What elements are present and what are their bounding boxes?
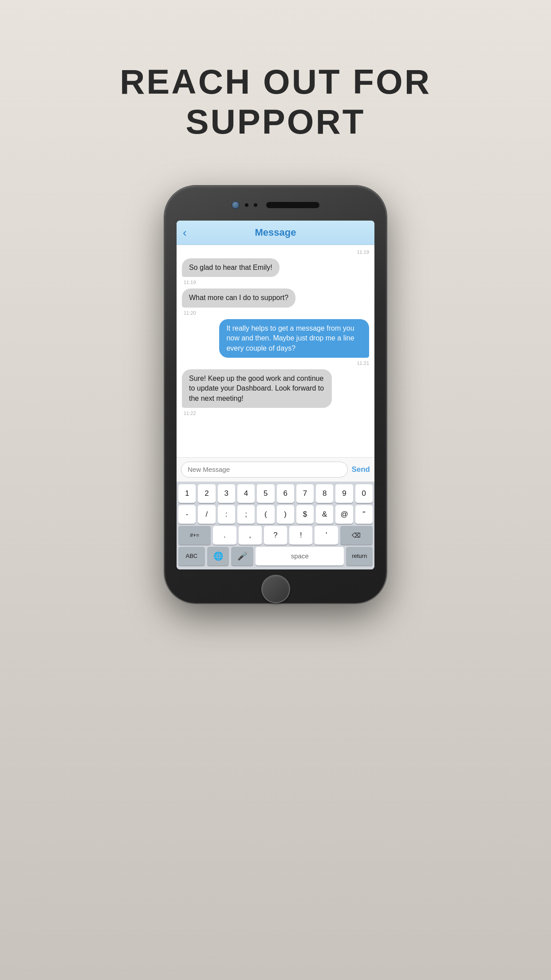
home-button[interactable] xyxy=(261,575,290,604)
key-comma[interactable]: , xyxy=(239,526,262,545)
key-colon[interactable]: : xyxy=(218,505,235,524)
message-row-4: Sure! Keep up the good work and continue… xyxy=(182,369,369,408)
timestamp-msg4: 11:22 xyxy=(184,411,369,416)
key-numlock[interactable]: #+= xyxy=(178,526,211,545)
keyboard-row-bottom: ABC 🌐 🎤 space return xyxy=(178,547,373,565)
keyboard-row-numbers: 1 2 3 4 5 6 7 8 9 0 xyxy=(178,484,373,503)
speaker-dot-2 xyxy=(254,203,257,207)
key-5[interactable]: 5 xyxy=(257,484,274,503)
backspace-icon[interactable]: ⌫ xyxy=(340,526,373,545)
key-quote[interactable]: " xyxy=(355,505,373,524)
timestamp-top: 11:19 xyxy=(182,249,369,255)
bubble-received-1: So glad to hear that Emily! xyxy=(182,258,279,277)
bubble-received-2: What more can I do to support? xyxy=(182,288,295,307)
timestamp-msg3: 11:21 xyxy=(182,360,369,366)
message-row-1: So glad to hear that Emily! xyxy=(182,258,369,277)
phone-top-bar xyxy=(165,190,386,221)
key-9[interactable]: 9 xyxy=(335,484,353,503)
key-period[interactable]: . xyxy=(213,526,236,545)
timestamp-msg1: 11:19 xyxy=(184,280,369,285)
keyboard-row-symbols: - / : ; ( ) $ & @ " xyxy=(178,505,373,524)
key-8[interactable]: 8 xyxy=(316,484,333,503)
microphone-icon[interactable]: 🎤 xyxy=(231,547,253,565)
bubble-sent-1: It really helps to get a message from yo… xyxy=(219,319,369,358)
title-line2: SUPPORT xyxy=(120,102,431,142)
message-header: ‹ Message xyxy=(177,221,374,245)
key-space[interactable]: space xyxy=(256,547,344,565)
header-title: Message xyxy=(255,227,296,238)
key-dollar[interactable]: $ xyxy=(296,505,314,524)
key-question[interactable]: ? xyxy=(264,526,287,545)
key-ampersand[interactable]: & xyxy=(316,505,333,524)
key-1[interactable]: 1 xyxy=(178,484,196,503)
key-open-paren[interactable]: ( xyxy=(257,505,274,524)
bubble-received-3: Sure! Keep up the good work and continue… xyxy=(182,369,332,408)
speaker-bar xyxy=(266,202,319,208)
key-2[interactable]: 2 xyxy=(198,484,215,503)
message-row-3: It really helps to get a message from yo… xyxy=(182,319,369,358)
key-at[interactable]: @ xyxy=(335,505,353,524)
send-button[interactable]: Send xyxy=(351,465,370,474)
key-slash[interactable]: / xyxy=(198,505,215,524)
message-input[interactable] xyxy=(181,462,348,478)
key-0[interactable]: 0 xyxy=(355,484,373,503)
key-return[interactable]: return xyxy=(346,547,373,565)
globe-icon[interactable]: 🌐 xyxy=(207,547,229,565)
message-input-area: Send xyxy=(177,457,374,482)
phone-screen: ‹ Message 11:19 So glad to hear that Emi… xyxy=(177,221,374,569)
key-4[interactable]: 4 xyxy=(237,484,255,503)
title-line1: REACH OUT FOR xyxy=(120,62,431,102)
key-close-paren[interactable]: ) xyxy=(277,505,294,524)
page-title: REACH OUT FOR SUPPORT xyxy=(120,62,431,142)
key-7[interactable]: 7 xyxy=(296,484,314,503)
timestamp-msg2: 11:20 xyxy=(184,310,369,316)
phone-shell: ‹ Message 11:19 So glad to hear that Emi… xyxy=(165,186,386,603)
back-button[interactable]: ‹ xyxy=(183,226,187,240)
keyboard-row-special: #+= . , ? ! ' ⌫ xyxy=(178,526,373,545)
key-exclaim[interactable]: ! xyxy=(289,526,312,545)
key-abc[interactable]: ABC xyxy=(178,547,205,565)
camera-icon xyxy=(232,201,240,209)
speaker-dot-1 xyxy=(245,203,248,207)
key-apostrophe[interactable]: ' xyxy=(315,526,338,545)
phone-mockup: ‹ Message 11:19 So glad to hear that Emi… xyxy=(165,186,386,603)
key-3[interactable]: 3 xyxy=(218,484,235,503)
message-row-2: What more can I do to support? xyxy=(182,288,369,307)
chat-area: 11:19 So glad to hear that Emily! 11:19 … xyxy=(177,245,374,457)
keyboard[interactable]: 1 2 3 4 5 6 7 8 9 0 - / : ; ( xyxy=(177,482,374,569)
key-6[interactable]: 6 xyxy=(277,484,294,503)
key-semicolon[interactable]: ; xyxy=(237,505,255,524)
key-dash[interactable]: - xyxy=(178,505,196,524)
